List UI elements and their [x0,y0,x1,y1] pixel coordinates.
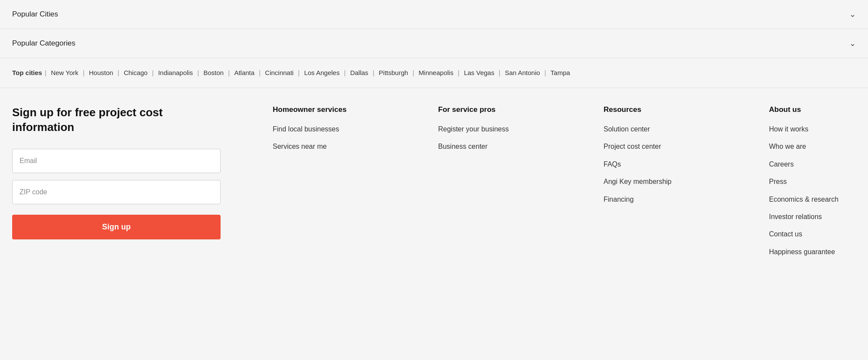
top-city-link[interactable]: Chicago [124,69,148,76]
footer-link-solution-center[interactable]: Solution center [604,124,690,134]
footer-col-title-about-us: About us [769,105,856,114]
top-city-link[interactable]: Atlanta [234,69,254,76]
footer-link-angi-key-membership[interactable]: Angi Key membership [604,177,690,187]
top-city-link[interactable]: San Antonio [505,69,540,76]
footer-link-happiness-guarantee[interactable]: Happiness guarantee [769,247,856,257]
footer-link-who-we-are[interactable]: Who we are [769,142,856,151]
popular-cities-title: Popular Cities [12,10,58,19]
chevron-down-icon: ⌄ [849,39,856,48]
top-city-link[interactable]: Boston [203,69,224,76]
top-city-link[interactable]: Houston [89,69,113,76]
city-separator: | [150,69,155,76]
city-separator: | [543,69,548,76]
footer-link-economics--research[interactable]: Economics & research [769,195,856,204]
footer-link-faqs[interactable]: FAQs [604,160,690,169]
footer-links: Homeowner servicesFind local businessesS… [238,105,856,265]
top-city-link[interactable]: Cincinnati [265,69,294,76]
city-separator: | [456,69,461,76]
footer-link-contact-us[interactable]: Contact us [769,229,856,239]
city-separator: | [45,69,48,76]
city-separator: | [371,69,376,76]
signup-section: Sign up for free project cost informatio… [12,105,238,265]
top-city-link[interactable]: Los Angeles [304,69,340,76]
footer-link-careers[interactable]: Careers [769,160,856,169]
top-cities-list: | New York | Houston | Chicago | Indiana… [44,69,572,76]
email-field[interactable] [12,149,221,173]
city-separator: | [296,69,301,76]
top-city-link[interactable]: Las Vegas [464,69,494,76]
top-city-link[interactable]: Pittsburgh [379,69,408,76]
footer-col-title-for-service-pros: For service pros [438,105,525,114]
popular-categories-accordion[interactable]: Popular Categories ⌄ [0,29,868,58]
city-separator: | [226,69,231,76]
signup-button[interactable]: Sign up [12,215,221,239]
footer-col-resources: ResourcesSolution centerProject cost cen… [604,105,690,265]
city-separator: | [81,69,86,76]
popular-cities-accordion[interactable]: Popular Cities ⌄ [0,0,868,29]
top-city-link[interactable]: Dallas [350,69,368,76]
city-separator: | [411,69,416,76]
footer-col-homeowner-services: Homeowner servicesFind local businessesS… [273,105,360,265]
footer-link-register-your-business[interactable]: Register your business [438,124,525,134]
top-city-link[interactable]: Minneapolis [419,69,453,76]
footer-col-title-homeowner-services: Homeowner services [273,105,360,114]
top-city-link[interactable]: Tampa [551,69,570,76]
footer-col-title-resources: Resources [604,105,690,114]
footer-link-investor-relations[interactable]: Investor relations [769,212,856,222]
footer-link-business-center[interactable]: Business center [438,142,525,151]
signup-title: Sign up for free project cost informatio… [12,105,221,135]
footer-link-find-local-businesses[interactable]: Find local businesses [273,124,360,134]
footer-link-financing[interactable]: Financing [604,195,690,204]
city-separator: | [497,69,502,76]
footer-link-services-near-me[interactable]: Services near me [273,142,360,151]
footer-link-project-cost-center[interactable]: Project cost center [604,142,690,151]
top-city-link[interactable]: New York [51,69,78,76]
city-separator: | [195,69,201,76]
top-cities-label: Top cities [12,69,42,76]
footer-link-how-it-works[interactable]: How it works [769,124,856,134]
top-city-link[interactable]: Indianapolis [158,69,193,76]
footer-main: Sign up for free project cost informatio… [0,88,868,282]
signup-form: Sign up [12,149,221,239]
chevron-down-icon: ⌄ [849,10,856,19]
city-separator: | [257,69,262,76]
footer-col-for-service-pros: For service prosRegister your businessBu… [438,105,525,265]
footer-col-about-us: About usHow it worksWho we areCareersPre… [769,105,856,265]
footer-link-press[interactable]: Press [769,177,856,187]
city-separator: | [342,69,347,76]
zip-field[interactable] [12,180,221,204]
top-cities-bar: Top cities | New York | Houston | Chicag… [0,58,868,88]
popular-categories-title: Popular Categories [12,39,76,48]
city-separator: | [116,69,121,76]
